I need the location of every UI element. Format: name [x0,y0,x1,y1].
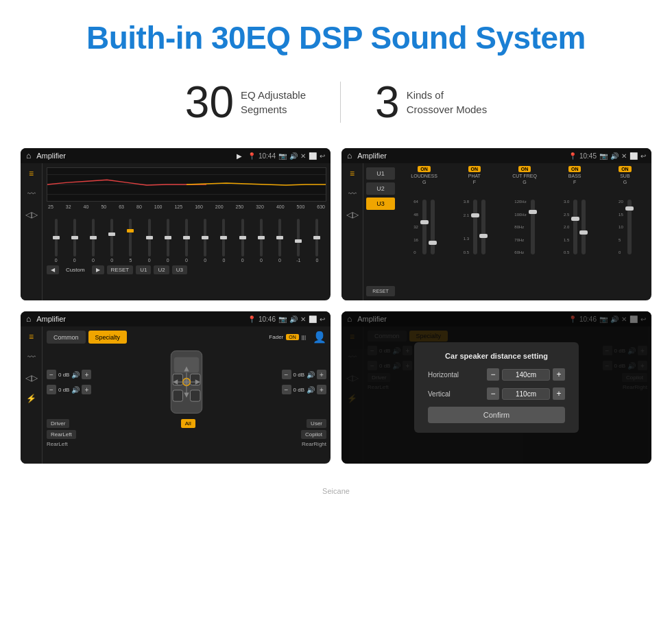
screenshots-grid: ⌂ Amplifier ▶ 📍 10:44 📷 🔊 ✕ ⬜ ↩ ≡ 〰 ◁▷ [0,148,672,484]
slider-13[interactable]: 0 [270,219,289,263]
copilot-btn[interactable]: Copilot [301,430,326,439]
cutfreq-slider[interactable] [531,200,535,254]
time-1: 10:44 [259,152,276,160]
u2-preset[interactable]: U2 [366,182,395,195]
slider-10[interactable]: 0 [215,219,233,263]
phat-on: ON [468,166,481,172]
confirm-button[interactable]: Confirm [428,407,565,423]
slider-2[interactable]: 0 [65,219,84,263]
u3-btn[interactable]: U3 [172,265,187,274]
reset-btn[interactable]: RESET [107,265,134,274]
slider-11[interactable]: 0 [233,219,252,263]
eq-sliders: 0 0 0 0 5 [47,211,326,263]
bass-slider2[interactable] [581,200,586,254]
fl-plus[interactable]: + [82,370,91,379]
phat-slider2[interactable] [481,200,485,254]
vertical-plus[interactable]: + [553,387,565,400]
slider-1[interactable]: 0 [47,219,65,263]
rr-plus[interactable]: + [317,385,326,394]
horizontal-minus[interactable]: − [487,368,499,381]
loudness-slider[interactable] [422,200,427,254]
wave-nav-icon-3[interactable]: 〰 [27,353,36,362]
next-btn[interactable]: ▶ [92,265,104,274]
loudness-slider-area: 644832160 [413,186,435,254]
wave-nav-icon-2[interactable]: 〰 [348,189,357,199]
time-3: 10:46 [259,315,276,323]
loudness-on: ON [418,166,431,172]
slider-5[interactable]: 5 [121,219,140,263]
slider-14[interactable]: -1 [289,219,308,263]
slider-6[interactable]: 0 [140,219,158,263]
bass-slider[interactable] [573,200,577,254]
sub-slider[interactable] [627,200,632,254]
reset-preset[interactable]: RESET [366,286,395,296]
phat-slider[interactable] [473,200,477,254]
back-icon[interactable]: ↩ [320,152,325,160]
all-btn[interactable]: All [181,419,195,428]
speaker-nav-icon-3[interactable]: ◁▷ [25,373,38,383]
status-bar-2: ⌂ Amplifier 📍 10:45 📷 🔊 ✕ ⬜ ↩ [341,148,651,163]
speaker-nav-icon-2[interactable]: ◁▷ [346,210,359,219]
eq-nav-icon-2[interactable]: ≡ [350,169,355,178]
close-icon-3[interactable]: ✕ [300,315,306,323]
app-title-1: Amplifier [36,152,231,160]
position-buttons: Driver All User [47,419,326,428]
fader-row: Fader ON ||| [269,331,306,344]
horizontal-input[interactable] [502,369,550,381]
wave-nav-icon[interactable]: 〰 [27,189,36,199]
fader-icon: ||| [302,334,306,340]
fr-plus[interactable]: + [317,370,326,379]
vertical-input[interactable] [502,388,550,400]
home-icon-3[interactable]: ⌂ [26,314,31,324]
camera-icon-2: 📷 [599,152,608,160]
horizontal-plus[interactable]: + [553,368,565,381]
rl-plus[interactable]: + [82,385,91,394]
page-header: Buith-in 30EQ DSP Sound System [0,0,672,70]
eq-nav-icon[interactable]: ≡ [29,169,34,178]
tab-common[interactable]: Common [47,331,86,344]
speaker-nav-icon[interactable]: ◁▷ [25,210,38,219]
u2-btn[interactable]: U2 [154,265,169,274]
stat-crossover: 3 Kinds of Crossover Modes [341,77,521,128]
rearright-label: RearRight [302,441,326,447]
watermark: Seicane [0,484,672,502]
location-icon-3: 📍 [248,315,256,323]
fr-minus[interactable]: − [282,370,291,379]
rr-minus[interactable]: − [282,385,291,394]
close-icon-2[interactable]: ✕ [621,152,627,160]
bt-nav-icon[interactable]: ⚡ [26,394,36,403]
horizontal-control: − + [487,368,565,381]
home-icon[interactable]: ⌂ [26,151,31,160]
slider-4[interactable]: 0 [103,219,121,263]
close-icon[interactable]: ✕ [300,152,306,160]
loudness-slider2[interactable] [431,200,435,254]
svg-rect-8 [190,390,200,401]
slider-15[interactable]: 0 [308,219,326,263]
slider-9[interactable]: 0 [196,219,215,263]
phat-freq-labels: 3.82.11.30.5 [464,200,469,254]
eq-nav-icon-3[interactable]: ≡ [29,332,34,342]
user-btn[interactable]: User [307,419,326,428]
slider-12[interactable]: 0 [252,219,270,263]
slider-7[interactable]: 0 [158,219,177,263]
sub-label: SUB [620,174,629,178]
driver-btn[interactable]: Driver [47,419,69,428]
vertical-minus[interactable]: − [487,387,499,400]
slider-8[interactable]: 0 [177,219,195,263]
rearleft-label: RearLeft [47,441,68,447]
back-icon-3[interactable]: ↩ [320,315,325,323]
channel-phat: ON PHAT F 3.82.11.30.5 [451,166,498,298]
eq-bottom-bar: ◀ Custom ▶ RESET U1 U2 U3 [47,265,326,274]
fl-minus[interactable]: − [47,370,56,379]
rearleft-btn[interactable]: RearLeft [47,430,76,439]
tab-specialty[interactable]: Specialty [88,331,128,344]
home-icon-2[interactable]: ⌂ [347,151,352,160]
u1-preset[interactable]: U1 [366,167,395,180]
prev-btn[interactable]: ◀ [47,265,59,274]
back-icon-2[interactable]: ↩ [640,152,646,160]
rl-db-value: 0 dB [58,387,69,393]
u1-btn[interactable]: U1 [136,265,151,274]
rl-minus[interactable]: − [47,385,56,394]
slider-3[interactable]: 0 [84,219,102,263]
u3-preset[interactable]: U3 [366,198,395,210]
